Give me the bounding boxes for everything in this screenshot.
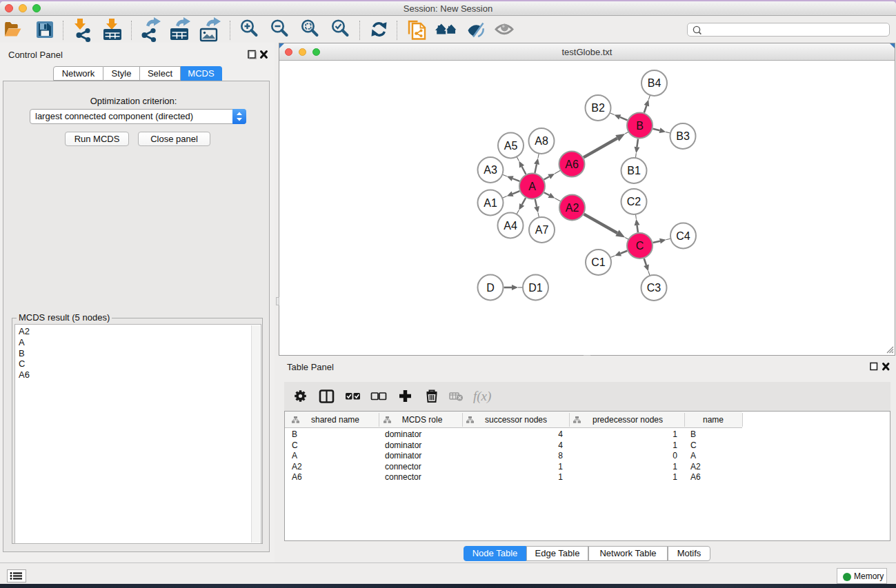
svg-text:A1: A1 [484,197,497,209]
svg-text:C2: C2 [627,196,641,207]
svg-text:A: A [528,181,536,192]
svg-text:A6: A6 [565,159,579,170]
svg-text:D: D [486,282,495,294]
svg-text:f(x): f(x) [473,389,491,404]
svg-text:C: C [636,240,644,252]
svg-text:A4: A4 [504,220,517,232]
svg-text:C4: C4 [676,230,690,242]
svg-text:B3: B3 [676,130,690,142]
svg-text:B2: B2 [591,102,605,114]
svg-text:B: B [636,120,644,132]
svg-text:A5: A5 [504,140,518,152]
svg-text:A7: A7 [535,224,549,236]
svg-text:B1: B1 [627,165,641,176]
svg-text:D1: D1 [528,282,543,294]
svg-text:A2: A2 [566,202,579,214]
svg-text:A8: A8 [535,135,548,147]
svg-text:B4: B4 [648,77,661,89]
svg-text:C1: C1 [591,256,606,268]
svg-text:A3: A3 [484,164,497,176]
svg-text:C3: C3 [647,282,661,294]
